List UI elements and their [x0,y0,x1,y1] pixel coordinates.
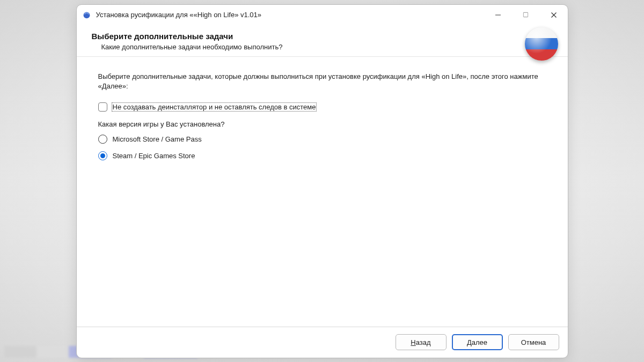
installer-window: Установка русификации для ««High on Life… [76,4,568,358]
svg-rect-4 [523,12,528,17]
maximize-button[interactable] [512,5,540,25]
next-button[interactable]: Далее [452,334,503,350]
wizard-footer: Назад Далее Отмена [77,327,568,358]
radio-label: Microsoft Store / Game Pass [113,135,202,143]
svg-point-2 [87,12,89,13]
checkbox-option[interactable]: Не создавать деинсталлятор и не оставлят… [98,102,546,112]
intro-text: Выберите дополнительные задачи, которые … [98,72,546,92]
radio-option-msstore[interactable]: Microsoft Store / Game Pass [98,135,546,144]
installer-icon [82,10,92,20]
version-question: Какая версия игры у Вас установлена? [98,120,546,128]
radio-option-steam[interactable]: Steam / Epic Games Store [98,151,546,160]
close-button[interactable] [540,5,568,25]
minimize-button[interactable] [484,5,512,25]
svg-point-1 [85,12,86,13]
radio-msstore[interactable] [98,135,107,144]
back-button[interactable]: Назад [396,334,447,350]
radio-label: Steam / Epic Games Store [113,152,195,160]
radio-steam[interactable] [98,151,107,160]
page-title: Выберите дополнительные задачи [92,32,553,41]
wizard-content: Выберите дополнительные задачи, которые … [77,57,568,327]
checkbox-no-uninstaller[interactable] [98,102,107,112]
cancel-button[interactable]: Отмена [508,334,559,350]
wizard-header: Выберите дополнительные задачи Какие доп… [77,25,568,56]
russian-flag-icon [525,27,558,61]
window-title: Установка русификации для ««High on Life… [96,11,484,19]
page-subtitle: Какие дополнительные задачи необходимо в… [101,43,553,51]
titlebar: Установка русификации для ««High on Life… [77,5,568,25]
checkbox-label: Не создавать деинсталлятор и не оставлят… [112,102,317,112]
